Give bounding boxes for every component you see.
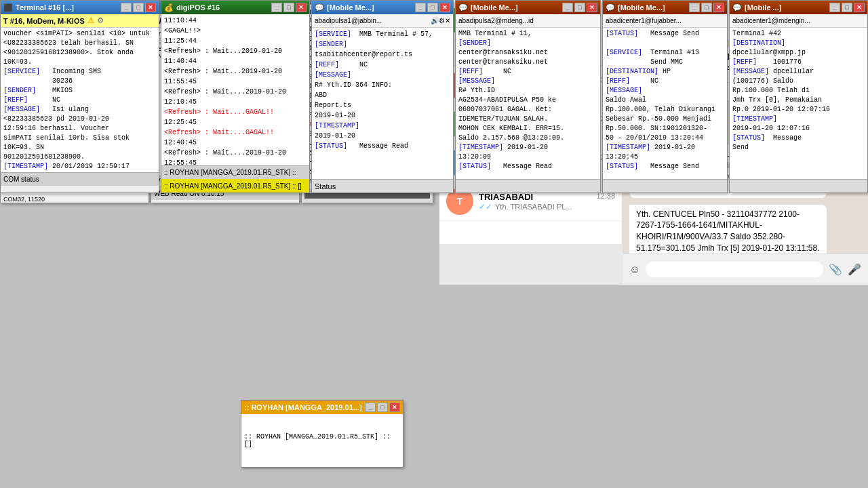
digi-close[interactable]: ✕ [296,3,307,12]
t16-service: [SERVICE] Incoming SMS [3,67,156,77]
m2-controls[interactable]: _ □ ✕ [415,3,450,12]
popup-close[interactable]: ✕ [389,403,400,412]
t16-sn: 30236 [3,77,156,86]
m5-min[interactable]: _ [829,3,840,12]
digi-icon: 💰 [164,3,174,12]
m3-max[interactable]: □ [574,3,585,12]
m3-min[interactable]: _ [562,3,573,12]
t16-settings: ⚙ [97,16,104,25]
t16-l1: voucher <simPATI> senilai <10> untuk [3,29,156,39]
t16-l4: 10K=93. [3,58,156,67]
d-l11: 12:25:45 [164,117,307,127]
t16-m5: 10K=93. SN [3,143,156,152]
m4-email: abadicenter1@fujabber... [606,17,682,24]
m5-l1: [DESTINATION] [732,39,865,48]
mobile2-window: 💬 [Mobile Me...] _ □ ✕ abadipulsa1@jabbi… [311,0,454,193]
msg-bubble-4: Yth. CENTUCEL Pln50 - 32110437772 2100-7… [629,205,827,253]
msg-text-4: Yth. CENTUCEL Pln50 - 32110437772 2100-7… [636,209,820,253]
popup-controls[interactable]: _ □ ✕ [365,403,400,412]
t16-titlebar: ⬛ Terminal #16 [...] _ □ ✕ [1,1,159,14]
d-l3: 11:25:44 [164,36,307,46]
m3-l15: [STATUS] Message Read [458,162,597,171]
popup-content: :: ROYHAN [MANGGA_2019.01.R5_STK] :: [] [241,414,403,467]
t16-close[interactable]: ✕ [145,3,156,12]
mic-icon[interactable]: 🎤 [848,263,861,276]
m3-l13: [TIMESTAMP] 2019-01-20 [458,143,597,152]
m4-l6: [REFF] NC [606,77,724,86]
m5-l4: [MESSAGE] dpcellular [732,67,865,77]
m3-content: MMB Terminal # 11, [SENDER] center@trans… [456,28,600,179]
d-l12: <Refresh> : Wait....GAGAL!! [164,127,307,138]
m5-controls[interactable]: _ □ ✕ [829,3,865,12]
m2-l6: R# Yth.ID 364 INFO: [315,80,450,90]
t16-m6: 9012012591681238900. [3,152,156,162]
digi-max[interactable]: □ [283,3,294,12]
m2-min[interactable]: _ [415,3,426,12]
m3-l3: center@transaksiku.net [458,48,597,58]
m5-max[interactable]: □ [842,3,852,12]
m3-footer [456,179,600,192]
digi-titlebar: 💰 digiPOS #16 _ □ ✕ [161,1,309,14]
message-4: Yth. CENTUCEL Pln50 - 32110437772 2100-7… [629,205,861,253]
digi-controls[interactable]: _ □ ✕ [271,3,307,12]
t16-controls[interactable]: _ □ ✕ [121,3,156,12]
m5-content: Terminal #42 [DESTINATION] dpcellular@xm… [730,28,867,179]
m4-controls[interactable]: _ □ ✕ [689,3,724,12]
m5-close[interactable]: ✕ [854,3,865,12]
m3-icon: 💬 [458,3,468,12]
m2-l10: [TIMESTAMP] [315,121,450,131]
m4-max[interactable]: □ [701,3,712,12]
m3-l2: [SENDER] [458,39,597,48]
t16-l3: <9012012591681238900>. Stok anda [3,48,156,58]
m5-l7: Jmh Trx [0], Pemakaian [732,96,865,105]
popup-text: :: ROYHAN [MANGGA_2019.01.R5_STK] :: [] [244,433,400,448]
m2-close[interactable]: ✕ [439,3,450,12]
m5-icon: 💬 [732,3,742,12]
m2-icon: 💬 [315,3,324,12]
m2-title: [Mobile Me...] [327,3,374,12]
t16-min[interactable]: _ [121,3,132,12]
m4-close[interactable]: ✕ [713,3,724,12]
m4-l13: [TIMESTAMP] 2019-01-20 [606,143,724,152]
m5-l2: dpcellular@xmpp.jp [732,48,865,58]
d-l10: <Refresh> : Wait....GAGAL!! [164,107,307,117]
popup-max[interactable]: □ [377,403,388,412]
m2-email-bar: abadipulsa1@jabbin... 🔊⚙✕ [312,14,453,28]
m4-l4: Send MMC [606,58,724,67]
t16-content: voucher <simPATI> senilai <10> untuk <U8… [1,28,159,172]
m4-min[interactable]: _ [689,3,700,12]
m5-title: [Mobile ...] [745,3,781,12]
digi-royhan-bar: :: ROYHAN [MANGGA_2019.01.R5_STK] :: [] [161,179,309,192]
m3-close[interactable]: ✕ [587,3,597,12]
m2-l7: ABD [315,90,450,100]
t16-label-bar: T #16, MoDem, M-KIOS ⚠ ⚙ [1,14,159,28]
m3-l6: [MESSAGE] [458,77,597,86]
m5-l11: [STATUS] Message [732,134,865,143]
digi-min[interactable]: _ [271,3,282,12]
d-l5: 11:40:44 [164,56,307,66]
chat-input[interactable] [646,262,823,277]
m5-l3: [REFF] 1001776 [732,58,865,67]
m4-l10: Sebesar Rp.-50.000 Menjadi [606,115,724,124]
m3-l10: IDEMETER/TUJUAN SALAH. [458,115,597,124]
d-l1: 11:10:44 [164,16,307,26]
digi-content: 11:10:44 <GAGAL!!> 11:25:44 <Refresh> : … [161,14,309,165]
m3-controls[interactable]: _ □ ✕ [562,3,597,12]
t16-max[interactable]: □ [133,3,144,12]
m2-content: [SERVICE] MMB Terminal # 57, [SENDER] ts… [312,28,453,179]
popup-titlebar: :: ROYHAN [MANGGA_2019.01...] _ □ ✕ [241,401,403,414]
d-l7: 11:55:45 [164,77,307,87]
m2-max[interactable]: □ [427,3,438,12]
clip-icon[interactable]: 📎 [829,263,842,276]
m5-l9: [TIMESTAMP] [732,115,865,124]
m3-l11: MOHON CEK KEMBALI. ERR=15. [458,124,597,134]
m4-email-bar: abadicenter1@fujabber... [603,14,727,28]
m2-icons: 🔊⚙✕ [431,17,450,24]
popup-min[interactable]: _ [365,403,376,412]
emoji-icon[interactable]: ☺ [629,264,640,276]
chat-input-bar: ☺ 📎 🎤 [623,253,868,285]
m5-titlebar: 💬 [Mobile ...] _ □ ✕ [730,1,867,14]
m2-l3: tsabitahcenter@report.ts [315,49,450,60]
m3-titlebar: 💬 [Mobile Me...] _ □ ✕ [456,1,600,14]
digi-royhan2: :: ROYHAN [MANGGA_2019.01.R5_STK] :: [] [164,182,302,190]
